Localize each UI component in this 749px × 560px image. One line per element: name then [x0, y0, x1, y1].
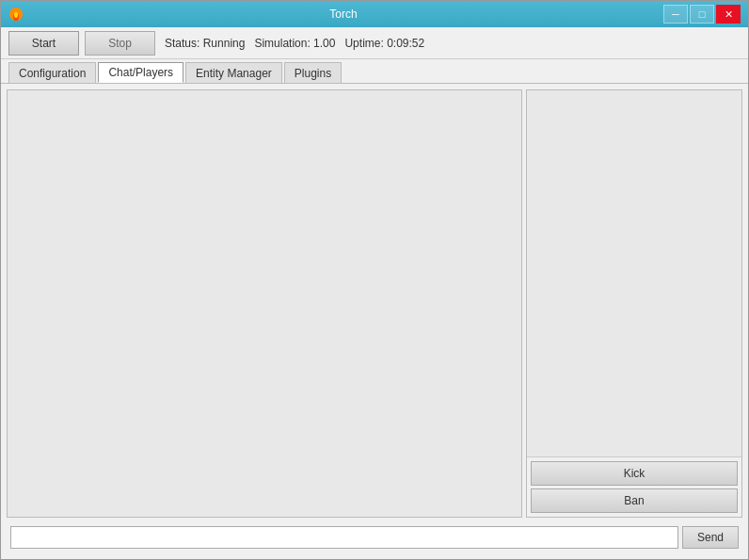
close-button[interactable]: ✕ — [716, 5, 741, 24]
chat-input[interactable] — [10, 526, 678, 549]
status-label: Status: Running — [165, 37, 245, 50]
ban-button[interactable]: Ban — [531, 488, 738, 513]
tabs-bar: Configuration Chat/Players Entity Manage… — [1, 59, 748, 84]
title-bar: Torch ─ □ ✕ — [1, 1, 748, 27]
tab-plugins[interactable]: Plugins — [284, 62, 342, 83]
tab-configuration[interactable]: Configuration — [8, 62, 96, 83]
uptime-label: Uptime: 0:09:52 — [344, 37, 424, 50]
start-button[interactable]: Start — [8, 31, 79, 56]
simulation-label: Simulation: 1.00 — [254, 37, 335, 50]
stop-button[interactable]: Stop — [85, 31, 155, 56]
window-controls: ─ □ ✕ — [663, 5, 741, 24]
players-panel: Kick Ban — [526, 89, 742, 518]
tab-entity-manager[interactable]: Entity Manager — [185, 62, 282, 83]
players-list — [527, 90, 741, 456]
main-window: Torch ─ □ ✕ Start Stop Status: Running S… — [0, 0, 749, 560]
maximize-button[interactable]: □ — [690, 5, 714, 24]
chat-panel — [7, 89, 522, 518]
kick-button[interactable]: Kick — [531, 461, 738, 486]
panels-row: Kick Ban — [7, 89, 742, 518]
send-button[interactable]: Send — [682, 526, 739, 549]
svg-point-2 — [14, 12, 18, 18]
minimize-button[interactable]: ─ — [663, 5, 688, 24]
tab-chat-players[interactable]: Chat/Players — [98, 62, 183, 83]
app-icon — [8, 7, 24, 22]
window-title: Torch — [24, 8, 663, 21]
players-buttons: Kick Ban — [527, 456, 741, 517]
bottom-bar: Send — [7, 521, 742, 553]
main-content: Kick Ban Send — [1, 84, 748, 559]
toolbar: Start Stop Status: Running Simulation: 1… — [1, 27, 748, 59]
